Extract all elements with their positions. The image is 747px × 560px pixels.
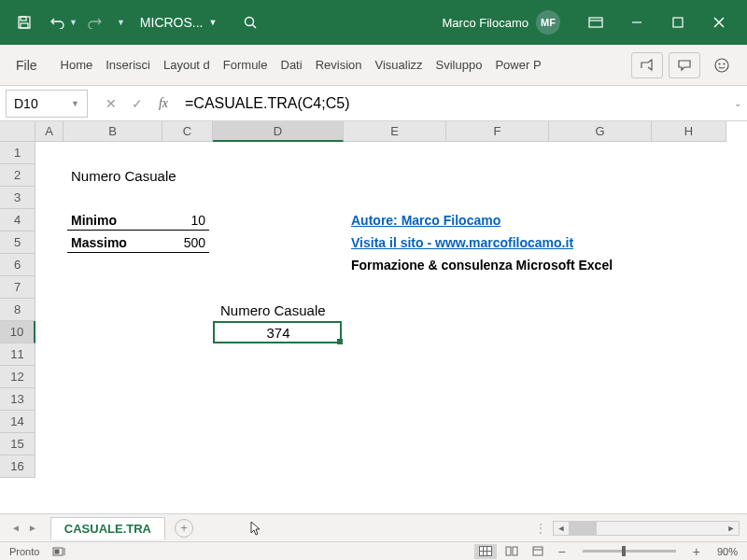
doc-dropdown-icon[interactable]: ▼: [209, 18, 218, 27]
close-icon[interactable]: [698, 6, 740, 39]
cell-b4[interactable]: Minimo: [67, 211, 162, 231]
cell-b2[interactable]: Numero Casuale: [67, 166, 180, 186]
avatar[interactable]: MF: [536, 10, 560, 35]
col-header-g[interactable]: G: [549, 121, 652, 142]
formula-input[interactable]: [176, 90, 728, 118]
col-header-e[interactable]: E: [344, 121, 446, 142]
svg-point-13: [724, 63, 725, 64]
cells-area[interactable]: Numero Casuale Minimo 10 Massimo 500 Num…: [35, 142, 747, 513]
svg-rect-21: [480, 552, 483, 555]
cell-e6[interactable]: Formazione & consulenza Microsoft Excel: [347, 256, 616, 274]
svg-rect-15: [55, 550, 59, 553]
row-header-7[interactable]: 7: [0, 276, 35, 299]
spreadsheet-grid[interactable]: ABCDEFGH 1234567810111213141516 Numero C…: [0, 121, 747, 513]
name-box-dropdown-icon[interactable]: ▼: [71, 99, 79, 108]
col-header-c[interactable]: C: [162, 121, 213, 142]
cell-e4-link[interactable]: Autore: Marco Filocamo: [347, 211, 504, 230]
row-header-5[interactable]: 5: [0, 231, 35, 254]
row-header-4[interactable]: 4: [0, 209, 35, 231]
zoom-in-icon[interactable]: +: [687, 544, 706, 559]
tab-sviluppo[interactable]: Sviluppo: [430, 45, 489, 86]
tab-inserisci[interactable]: Inserisci: [99, 45, 157, 86]
split-grip-icon[interactable]: ⋮: [535, 522, 553, 535]
select-all-corner[interactable]: [0, 121, 35, 142]
macro-record-icon[interactable]: [52, 546, 67, 557]
col-header-a[interactable]: A: [35, 121, 63, 142]
sheet-tab-active[interactable]: CASUALE.TRA: [50, 517, 165, 539]
minimize-icon[interactable]: [616, 6, 657, 39]
ribbon-display-icon[interactable]: [575, 6, 616, 39]
enter-icon[interactable]: ✓: [125, 91, 149, 116]
share-icon[interactable]: [631, 52, 663, 78]
sheet-tab-strip: ◄ ► CASUALE.TRA + ⋮ ◄ ►: [0, 513, 747, 541]
zoom-slider-thumb[interactable]: [622, 546, 626, 556]
col-header-f[interactable]: F: [446, 121, 549, 142]
tab-layout[interactable]: Layout d: [157, 45, 217, 86]
cell-d10[interactable]: 374: [213, 323, 344, 343]
col-header-h[interactable]: H: [652, 121, 726, 142]
comments-icon[interactable]: [669, 52, 700, 78]
tab-formule[interactable]: Formule: [217, 45, 275, 86]
tab-visualizza[interactable]: Visualizz: [368, 45, 429, 86]
svg-rect-23: [487, 552, 491, 555]
cancel-icon[interactable]: ✕: [99, 91, 123, 116]
row-header-15[interactable]: 15: [0, 433, 35, 455]
add-sheet-icon[interactable]: +: [175, 519, 193, 538]
row-header-8[interactable]: 8: [0, 299, 35, 321]
tab-home[interactable]: Home: [54, 45, 100, 86]
col-header-d[interactable]: D: [213, 121, 344, 142]
svg-rect-26: [533, 547, 543, 555]
row-header-2[interactable]: 2: [0, 164, 35, 187]
tab-revisione[interactable]: Revision: [309, 45, 369, 86]
view-normal-icon[interactable]: [474, 544, 497, 559]
save-icon[interactable]: [7, 6, 41, 39]
tab-nav-next-icon[interactable]: ►: [24, 523, 41, 533]
row-header-1[interactable]: 1: [0, 142, 35, 164]
cell-e5-link[interactable]: Visita il sito - www.marcofilocamo.it: [347, 233, 577, 252]
svg-rect-24: [506, 547, 511, 555]
svg-rect-8: [673, 18, 683, 27]
col-header-b[interactable]: B: [63, 121, 162, 142]
cell-d8[interactable]: Numero Casuale: [217, 301, 330, 320]
help-icon[interactable]: [706, 52, 738, 78]
row-header-11[interactable]: 11: [0, 343, 35, 366]
fx-icon[interactable]: fx: [151, 91, 176, 116]
document-title[interactable]: MICROS... ▼: [140, 15, 218, 30]
qat-customize-icon[interactable]: ▼: [117, 18, 125, 27]
row-header-6[interactable]: 6: [0, 254, 35, 276]
tab-dati[interactable]: Dati: [275, 45, 309, 86]
undo-dropdown-icon[interactable]: ▼: [69, 18, 78, 27]
redo-icon[interactable]: [78, 6, 111, 39]
horizontal-scrollbar[interactable]: ◄ ►: [553, 521, 740, 536]
svg-point-3: [246, 18, 254, 26]
row-header-16[interactable]: 16: [0, 455, 35, 478]
tab-file[interactable]: File: [9, 45, 54, 86]
zoom-level-text[interactable]: 90%: [717, 546, 738, 557]
zoom-out-icon[interactable]: −: [553, 544, 571, 559]
svg-line-4: [253, 25, 257, 29]
view-page-break-icon[interactable]: [527, 544, 549, 559]
scroll-right-icon[interactable]: ►: [724, 524, 739, 533]
name-box[interactable]: D10 ▼: [6, 90, 88, 118]
tab-nav-prev-icon[interactable]: ◄: [7, 523, 24, 533]
scrollbar-thumb[interactable]: [569, 522, 597, 535]
cell-c4[interactable]: 10: [162, 211, 209, 231]
scroll-left-icon[interactable]: ◄: [554, 524, 569, 533]
zoom-slider[interactable]: [583, 550, 676, 553]
row-header-3[interactable]: 3: [0, 187, 35, 209]
search-icon[interactable]: [233, 6, 267, 39]
cell-b5[interactable]: Massimo: [67, 233, 162, 253]
expand-formula-icon[interactable]: ⌄: [728, 98, 747, 108]
row-header-14[interactable]: 14: [0, 411, 35, 433]
row-header-12[interactable]: 12: [0, 366, 35, 388]
tab-powerpivot[interactable]: Power P: [488, 45, 547, 86]
cell-c5[interactable]: 500: [162, 233, 209, 253]
row-header-13[interactable]: 13: [0, 388, 35, 411]
view-page-layout-icon[interactable]: [500, 544, 523, 559]
maximize-icon[interactable]: [657, 6, 698, 39]
svg-rect-25: [513, 547, 517, 555]
status-ready-text: Pronto: [9, 546, 39, 557]
cell-reference-text: D10: [14, 96, 38, 111]
svg-rect-5: [589, 18, 602, 27]
row-header-10[interactable]: 10: [0, 321, 35, 343]
